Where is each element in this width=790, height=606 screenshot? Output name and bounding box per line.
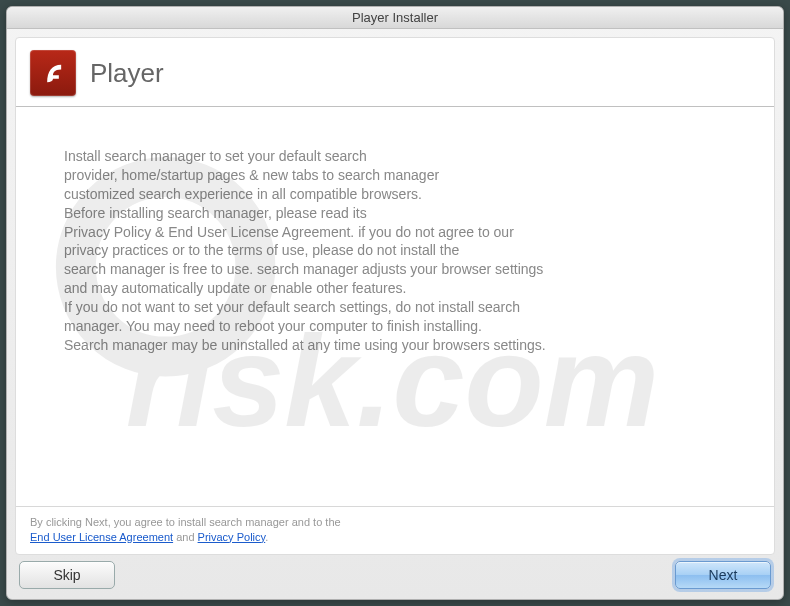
header-title: Player	[90, 58, 164, 89]
footer-prefix: By clicking Next, you agree to install s…	[30, 516, 341, 528]
content: Player risk.com Install search manager t…	[15, 37, 775, 555]
footer-conj: and	[173, 531, 197, 543]
button-bar: Skip Next	[15, 559, 775, 591]
titlebar: Player Installer	[7, 7, 783, 29]
body-text: Install search manager to set your defau…	[64, 147, 726, 355]
skip-button[interactable]: Skip	[19, 561, 115, 589]
installer-window: Player Installer Player risk.com I	[6, 6, 784, 600]
footer-note: By clicking Next, you agree to install s…	[16, 506, 774, 554]
header: Player	[16, 38, 774, 107]
eula-link[interactable]: End User License Agreement	[30, 531, 173, 543]
body-area: risk.com Install search manager to set y…	[16, 107, 774, 506]
next-button[interactable]: Next	[675, 561, 771, 589]
footer-suffix: .	[265, 531, 268, 543]
content-wrap: Player risk.com Install search manager t…	[7, 29, 783, 599]
flash-player-icon	[30, 50, 76, 96]
window-title: Player Installer	[352, 10, 438, 25]
privacy-link[interactable]: Privacy Policy	[198, 531, 266, 543]
